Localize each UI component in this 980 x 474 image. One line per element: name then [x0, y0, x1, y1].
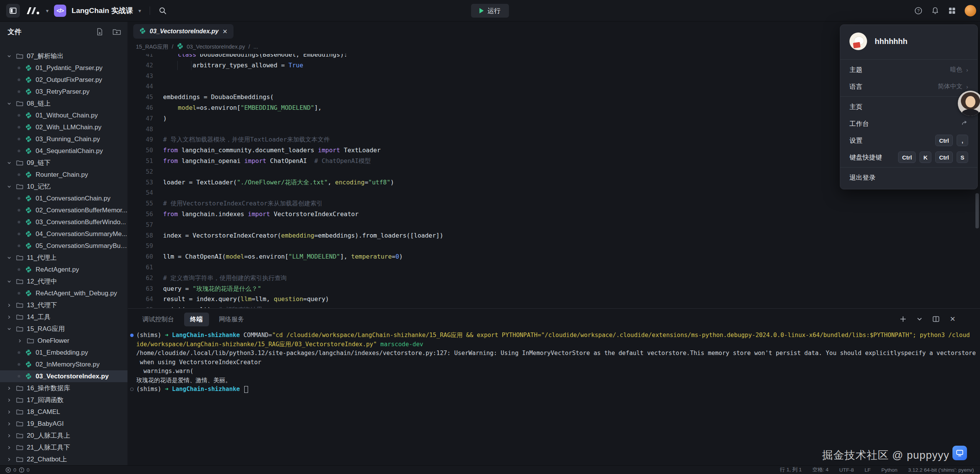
notifications-bell-icon[interactable]	[931, 7, 939, 15]
tree-row-file[interactable]: 01_Pydantic_Parser.py	[0, 62, 127, 74]
code-line[interactable]: 57	[128, 220, 980, 230]
code-line[interactable]: 58index = VectorstoreIndexCreator(embedd…	[128, 230, 980, 241]
status-item[interactable]: 空格: 4	[812, 466, 828, 473]
tree-row-file[interactable]: 03_Running_Chain.py	[0, 133, 127, 145]
floating-avatar[interactable]	[958, 91, 980, 116]
code-line[interactable]: 63query = "玫瑰花的花语是什么？"	[128, 283, 980, 294]
errors-icon[interactable]	[5, 467, 11, 473]
tree-row-file[interactable]: Rounter_Chain.py	[0, 169, 127, 181]
tree-row-folder[interactable]: 10_记忆	[0, 181, 127, 192]
tree-row-selected[interactable]: 03_VectorstoreIndex.py	[0, 370, 127, 382]
code-line[interactable]: 55# 使用VectorstoreIndexCreator来从加载器创建索引	[128, 198, 980, 209]
tree-row-file[interactable]: 02_InMemoryStore.py	[0, 358, 127, 370]
chevron-down-icon[interactable]: ▾	[138, 8, 141, 14]
status-item[interactable]: UTF-8	[839, 467, 854, 473]
breadcrumb-separator: /	[248, 44, 250, 50]
tree-row-file[interactable]: 04_ConversationSummaryMe...	[0, 228, 127, 240]
tree-row-file[interactable]: 02_With_LLMChain.py	[0, 121, 127, 133]
status-item[interactable]: Python	[881, 467, 897, 473]
code-line[interactable]: 59	[128, 241, 980, 251]
chevron-down-icon	[7, 256, 13, 260]
status-item[interactable]: LF	[864, 467, 871, 473]
tree-row-file[interactable]: 02_OutputFixParser.py	[0, 74, 127, 86]
tree-row-folder[interactable]: 22_Chatbot上	[0, 453, 127, 465]
sidebar-toggle-button[interactable]	[6, 4, 20, 18]
panel-tab-inactive[interactable]: 网络服务	[213, 313, 250, 326]
editor-tab-active[interactable]: 03_VectorstoreIndex.py ✕	[133, 24, 234, 39]
tree-row-folder[interactable]: 14_工具	[0, 311, 127, 323]
tree-row-folder[interactable]: 20_人脉工具上	[0, 430, 127, 441]
chevron-down-icon[interactable]: ▾	[46, 8, 49, 14]
menu-item-theme[interactable]: 主题 暗色›	[840, 61, 977, 78]
new-folder-icon[interactable]	[112, 28, 121, 36]
breadcrumb-more[interactable]: ...	[253, 44, 258, 50]
menu-item-workbench[interactable]: 工作台	[840, 115, 977, 132]
tree-row-file[interactable]: 04_SequentialChain.py	[0, 145, 127, 157]
tree-row-folder[interactable]: 17_回调函数	[0, 394, 127, 406]
menu-item-home[interactable]: 主页	[840, 98, 977, 115]
tree-row-folder[interactable]: 11_代理上	[0, 252, 127, 264]
help-icon[interactable]: ?	[914, 7, 923, 15]
tree-item-label: 08_链上	[27, 99, 51, 108]
menu-item-language[interactable]: 语言 简体中文›	[840, 78, 977, 95]
search-icon[interactable]	[158, 7, 167, 15]
tree-row-folder[interactable]: 19_BabyAGI	[0, 418, 127, 430]
code-line[interactable]: 65print(result) # 打印查询结果	[128, 305, 980, 308]
tree-row-file[interactable]: 01_Without_Chain.py	[0, 109, 127, 121]
new-terminal-icon[interactable]	[899, 315, 907, 323]
new-file-icon[interactable]	[95, 28, 104, 36]
python-file-icon	[24, 148, 33, 154]
tree-row-folder[interactable]: 16_操作数据库	[0, 382, 127, 394]
tree-row-file[interactable]: 02_ConversationBufferMemor...	[0, 204, 127, 216]
menu-item-settings[interactable]: 设置 Ctrl,	[840, 132, 977, 149]
tree-row-file[interactable]: 01_Embedding.py	[0, 347, 127, 358]
code-line[interactable]: 61	[128, 262, 980, 273]
close-panel-icon[interactable]: ✕	[950, 315, 956, 323]
tree-row-folder[interactable]: 13_代理下	[0, 299, 127, 311]
tree-row-file[interactable]: ReActAgent_with_Debug.py	[0, 287, 127, 299]
play-icon	[480, 8, 484, 13]
marscode-logo[interactable]	[25, 6, 41, 15]
status-item[interactable]: 行 1, 列 1	[780, 466, 802, 473]
tree-row-folder[interactable]: 08_链上	[0, 98, 127, 109]
tree-item-label: 09_链下	[27, 158, 51, 167]
tree-row-folder[interactable]: OneFlower	[0, 335, 127, 347]
warnings-icon[interactable]	[19, 467, 24, 473]
panel-tab-active[interactable]: 终端	[184, 313, 209, 326]
tree-row-file[interactable]: 03_ConversationBufferWindo...	[0, 216, 127, 228]
tree-row-folder[interactable]: 21_人脉工具下	[0, 441, 127, 453]
tree-row-folder[interactable]: 18_CAMEL	[0, 406, 127, 418]
user-menu-avatar	[849, 33, 867, 50]
tree-row-file[interactable]: ReActAgent.py	[0, 264, 127, 275]
code-line[interactable]: 64result = index.query(llm=llm, question…	[128, 294, 980, 305]
line-number: 56	[128, 209, 153, 220]
python-file-icon	[24, 243, 33, 249]
status-item[interactable]: 3.12.2 64-bit ('shims': pyenv)	[908, 467, 974, 473]
breadcrumb-folder[interactable]: 15_RAG应用	[136, 43, 168, 50]
apps-grid-icon[interactable]	[948, 7, 956, 15]
chevron-down-icon[interactable]	[917, 316, 922, 322]
menu-item-logout[interactable]: 退出登录	[840, 169, 977, 186]
run-button[interactable]: 运行	[471, 4, 509, 18]
panel-tab-inactive[interactable]: 调试控制台	[136, 313, 180, 326]
error-count: 0	[13, 467, 16, 473]
tree-row-file[interactable]: 01_ConversationChain.py	[0, 192, 127, 204]
split-panel-icon[interactable]	[932, 315, 940, 323]
tree-row-folder[interactable]: 07_解析输出	[0, 50, 127, 62]
tree-row-folder[interactable]: 12_代理中	[0, 275, 127, 287]
tree-row-file[interactable]: 03_RetryParser.py	[0, 86, 127, 98]
code-line[interactable]: 60llm = ChatOpenAI(model=os.environ["LLM…	[128, 251, 980, 262]
menu-item-shortcuts[interactable]: 键盘快捷键 CtrlKCtrlS	[840, 149, 977, 166]
tree-row-folder[interactable]: 09_链下	[0, 157, 127, 169]
terminal-output[interactable]: (shims) ➜ LangChain-shizhanke COMMAND="c…	[128, 331, 980, 465]
keyboard-key-chip: ,	[957, 135, 968, 146]
code-line[interactable]: 56from langchain.indexes import Vectorst…	[128, 209, 980, 220]
editor-scrollbar[interactable]	[975, 193, 979, 228]
breadcrumb-file[interactable]: 03_VectorstoreIndex.py	[187, 44, 245, 50]
code-line[interactable]: 62# 定义查询字符串，使用创建的索引执行查询	[128, 273, 980, 283]
floating-widget-button[interactable]	[952, 446, 967, 460]
close-tab-icon[interactable]: ✕	[222, 28, 227, 35]
tree-row-file[interactable]: 05_ConversationSummaryBuff...	[0, 240, 127, 252]
user-avatar[interactable]	[965, 5, 976, 16]
tree-row-folder[interactable]: 15_RAG应用	[0, 323, 127, 335]
